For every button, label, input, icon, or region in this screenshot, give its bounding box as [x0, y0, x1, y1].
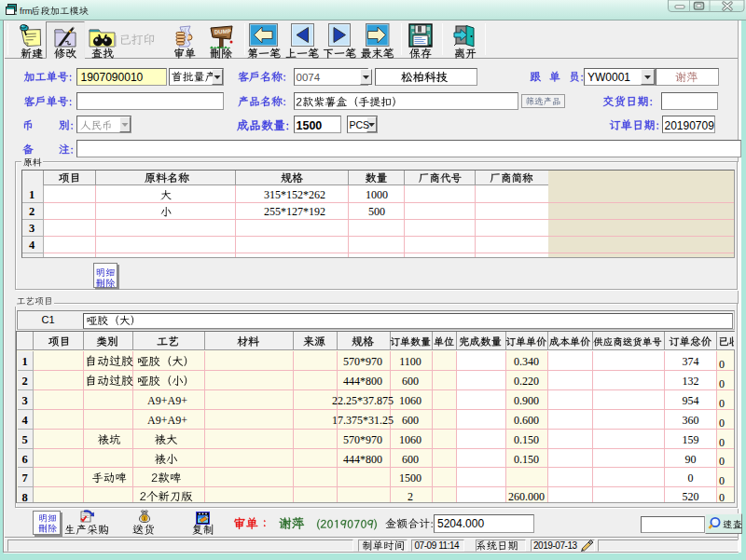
svg-text:C1: C1	[41, 314, 54, 325]
svg-text:954: 954	[683, 394, 699, 407]
svg-text:600: 600	[402, 453, 419, 466]
svg-text:1907090010: 1907090010	[81, 71, 144, 84]
svg-text:0.150: 0.150	[514, 453, 539, 466]
svg-text:0.340: 0.340	[514, 355, 539, 368]
svg-text:600: 600	[402, 414, 419, 427]
svg-text:A9+A9+: A9+A9+	[147, 394, 187, 407]
svg-text:4: 4	[29, 239, 35, 252]
svg-text:0: 0	[719, 397, 725, 410]
svg-text:0: 0	[719, 455, 725, 468]
svg-text:0.900: 0.900	[514, 394, 539, 407]
svg-text:570*970: 570*970	[343, 355, 382, 368]
svg-text:5204.000: 5204.000	[437, 517, 484, 530]
svg-text:0: 0	[719, 417, 725, 430]
svg-text:2: 2	[408, 490, 413, 503]
svg-text:frm: frm	[20, 6, 33, 16]
svg-text:0.150: 0.150	[514, 433, 539, 446]
svg-text:2019-07-13: 2019-07-13	[533, 540, 578, 551]
svg-text:1000: 1000	[366, 188, 388, 201]
svg-text:1100: 1100	[399, 355, 421, 368]
svg-text:20190709: 20190709	[665, 119, 715, 132]
svg-text:132: 132	[683, 375, 699, 388]
svg-text:4: 4	[21, 414, 28, 427]
svg-text:260.000: 260.000	[508, 490, 545, 503]
svg-text:500: 500	[368, 205, 385, 218]
svg-text:1: 1	[29, 188, 35, 201]
svg-text:2: 2	[21, 375, 27, 388]
svg-text:1060: 1060	[399, 394, 421, 407]
svg-text:570*970: 570*970	[343, 433, 382, 446]
svg-text:8: 8	[21, 491, 27, 504]
svg-text:5: 5	[21, 433, 27, 446]
svg-text:6: 6	[21, 453, 27, 466]
svg-text:0: 0	[719, 358, 725, 371]
svg-text:520: 520	[683, 490, 699, 503]
svg-text:0: 0	[719, 491, 725, 504]
svg-text:17.375*31.25: 17.375*31.25	[332, 414, 394, 427]
svg-text:3: 3	[29, 222, 35, 235]
svg-text:1: 1	[21, 355, 27, 368]
svg-text:0: 0	[719, 474, 725, 487]
svg-text:90: 90	[685, 453, 697, 466]
svg-text:600: 600	[402, 375, 419, 388]
svg-text:1500: 1500	[297, 119, 323, 132]
svg-text:0: 0	[719, 436, 725, 449]
svg-text:22.25*37.875: 22.25*37.875	[332, 394, 394, 407]
svg-text:07-09 11:14: 07-09 11:14	[415, 540, 461, 551]
svg-text:YW0001: YW0001	[587, 71, 630, 84]
svg-text:0.220: 0.220	[514, 375, 539, 388]
svg-text:255*127*192: 255*127*192	[264, 205, 325, 218]
svg-text:0074: 0074	[297, 72, 321, 83]
svg-text:444*800: 444*800	[343, 375, 382, 388]
svg-text:315*152*262: 315*152*262	[264, 188, 325, 201]
svg-text:7: 7	[21, 471, 27, 485]
svg-text:1060: 1060	[399, 433, 421, 446]
svg-text:1500: 1500	[399, 471, 421, 485]
svg-text:3: 3	[21, 394, 27, 407]
svg-text:360: 360	[683, 414, 699, 427]
svg-text:2: 2	[29, 205, 35, 218]
svg-text:374: 374	[683, 355, 699, 368]
svg-text:A9+A9+: A9+A9+	[147, 414, 187, 427]
svg-text:PCS: PCS	[350, 119, 370, 130]
svg-text:159: 159	[683, 433, 699, 446]
svg-text:444*800: 444*800	[343, 453, 382, 466]
svg-text:0: 0	[719, 377, 725, 390]
svg-text:0: 0	[688, 471, 694, 485]
svg-text:0.600: 0.600	[514, 414, 539, 427]
